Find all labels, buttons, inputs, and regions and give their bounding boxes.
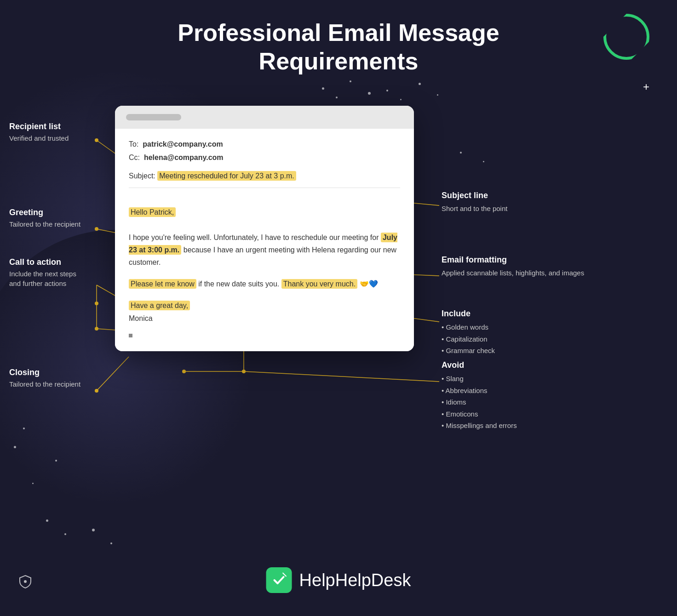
dot-0 xyxy=(322,87,324,90)
card-bottom-dot xyxy=(129,334,132,337)
recipient-list-title: Recipient list xyxy=(9,122,69,131)
plus-decoration: + xyxy=(643,80,649,93)
dot-17 xyxy=(55,460,57,462)
greeting-title: Greeting xyxy=(9,208,80,217)
email-greeting: Hello Patrick, xyxy=(129,208,400,217)
include-item-3: Grammar check xyxy=(442,345,495,357)
dot-5 xyxy=(400,99,402,100)
dot-14 xyxy=(23,428,25,429)
closing-name: Monica xyxy=(129,312,400,325)
email-cc: Cc: helena@company.com xyxy=(129,151,400,165)
dot-15 xyxy=(14,446,16,448)
label-subject-line: Subject line Short and to the point xyxy=(442,191,507,214)
label-closing: Closing Tailored to the recipient xyxy=(9,368,80,389)
email-subject-line: Subject: Meeting rescheduled for July 23… xyxy=(129,172,400,188)
email-cc-value: helena@company.com xyxy=(144,154,224,161)
dot-8 xyxy=(460,152,462,154)
avoid-item-2: Abbreviations xyxy=(442,385,517,397)
include-title: Include xyxy=(442,309,495,319)
email-header-bar xyxy=(126,114,181,120)
subject-line-desc: Short and to the point xyxy=(442,203,507,214)
include-item-1: Golden words xyxy=(442,321,495,333)
avoid-title: Avoid xyxy=(442,360,517,370)
include-list: Golden words Capitalization Grammar chec… xyxy=(442,321,495,357)
label-call-to-action: Call to action Include the next steps an… xyxy=(9,257,83,288)
dot-4 xyxy=(386,90,388,91)
cta-text: if the new date suits you. xyxy=(196,280,281,288)
email-card: To: patrick@company.com Cc: helena@compa… xyxy=(115,106,414,351)
subject-text: Meeting rescheduled for July 23 at 3 p.m… xyxy=(157,171,296,181)
closing-title: Closing xyxy=(9,368,80,377)
email-card-body: To: patrick@company.com Cc: helena@compa… xyxy=(115,129,414,351)
label-include: Include Golden words Capitalization Gram… xyxy=(442,309,495,357)
title-line2: Requirements xyxy=(259,48,419,74)
cta-highlight1: Please let me know xyxy=(129,279,196,289)
dot-10 xyxy=(46,519,48,522)
helpdesk-brand-text: HelpHelpDesk xyxy=(299,570,411,590)
dot-2 xyxy=(350,80,351,82)
dot-9 xyxy=(483,161,484,162)
dot-3 xyxy=(368,92,371,95)
svg-line-22 xyxy=(244,371,439,382)
label-greeting: Greeting Tailored to the recipient xyxy=(9,208,80,229)
avoid-item-4: Emoticons xyxy=(442,408,517,420)
helpdesk-help: Help xyxy=(299,570,335,590)
avoid-item-3: Idioms xyxy=(442,396,517,408)
greeting-desc: Tailored to the recipient xyxy=(9,219,80,229)
closing-highlight: Have a great day, xyxy=(129,301,190,310)
recipient-list-desc: Verified and trusted xyxy=(9,133,69,143)
dot-13 xyxy=(110,542,112,544)
email-closing: Have a great day, Monica xyxy=(129,299,400,324)
cta-highlight2: Thank you very much. xyxy=(281,279,357,289)
title-line1: Professional Email Message xyxy=(178,19,499,46)
helpdesk-logo-icon xyxy=(266,567,292,593)
email-formatting-desc: Applied scannable lists, highlights, and… xyxy=(442,268,584,279)
dot-12 xyxy=(92,529,95,531)
email-card-header xyxy=(115,106,414,129)
green-arc-decoration xyxy=(603,14,649,60)
email-cta: Please let me know if the new date suits… xyxy=(129,278,400,290)
helpdesk-checkmark-svg xyxy=(271,572,287,588)
avoid-item-1: Slang xyxy=(442,373,517,385)
email-formatting-title: Email formatting xyxy=(442,255,584,265)
footer: HelpHelpDesk xyxy=(266,567,411,593)
greeting-text: Hello Patrick, xyxy=(129,207,176,217)
avoid-list: Slang Abbreviations Idioms Emoticons Mis… xyxy=(442,373,517,432)
label-email-formatting: Email formatting Applied scannable lists… xyxy=(442,255,584,279)
body-text-1: I hope you're feeling well. Unfortunatel… xyxy=(129,234,381,241)
include-item-2: Capitalization xyxy=(442,333,495,345)
helpdesk-desk: HelpDesk xyxy=(335,570,411,590)
avoid-item-5: Misspellings and errors xyxy=(442,420,517,432)
email-to-value: patrick@company.com xyxy=(143,140,223,148)
email-to: To: patrick@company.com xyxy=(129,138,400,151)
subject-line-title: Subject line xyxy=(442,191,507,200)
page-title: Professional Email Message Requirements xyxy=(178,18,499,76)
label-recipient-list: Recipient list Verified and trusted xyxy=(9,122,69,143)
closing-desc: Tailored to the recipient xyxy=(9,379,80,389)
cta-desc: Include the next steps and further actio… xyxy=(9,269,83,288)
dot-6 xyxy=(419,83,421,85)
dot-16 xyxy=(32,483,34,484)
cta-emoji: 🤝💙 xyxy=(357,280,378,288)
dot-11 xyxy=(64,533,66,535)
dot-1 xyxy=(336,97,338,98)
label-avoid: Avoid Slang Abbreviations Idioms Emotico… xyxy=(442,360,517,432)
svg-point-25 xyxy=(24,580,27,583)
shield-icon xyxy=(18,575,32,588)
subject-prefix: Subject: xyxy=(129,172,155,180)
email-recipients: To: patrick@company.com Cc: helena@compa… xyxy=(129,138,400,165)
cta-title: Call to action xyxy=(9,257,83,267)
email-body-text: I hope you're feeling well. Unfortunatel… xyxy=(129,231,400,269)
dot-7 xyxy=(437,94,438,96)
